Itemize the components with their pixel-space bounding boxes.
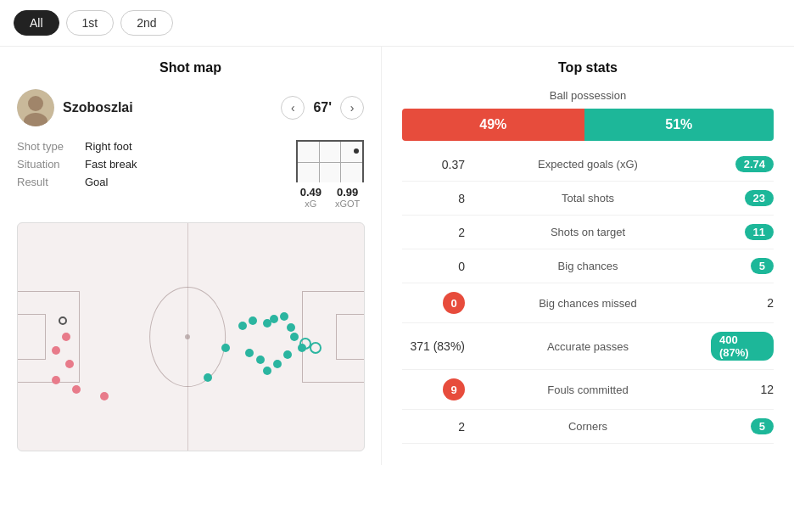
shot-type-label: Shot type (17, 140, 85, 153)
result-row: Result Goal (17, 176, 296, 188)
stat-left-xg: 0.37 (402, 158, 478, 171)
stat-left-shots: 8 (402, 192, 478, 205)
svg-point-1 (28, 96, 43, 111)
stat-label-bc: Big chances (478, 260, 697, 272)
xg-stat: 0.49 xG (300, 186, 322, 209)
possession-label: Ball possession (402, 89, 774, 102)
stat-right-bcm: 2 (697, 296, 774, 310)
stat-label-xg: Expected goals (xG) (478, 158, 697, 171)
stat-row-sot: 2 Shots on target 11 (402, 216, 774, 249)
shot-map-title: Shot map (17, 60, 364, 76)
stat-label-bcm: Big chances missed (478, 297, 697, 310)
stat-right-xg: 2.74 (697, 156, 774, 172)
right-panel: Top stats Ball possession 49% 51% 0.37 E… (382, 47, 794, 465)
shot-details: Shot type Right foot Situation Fast brea… (17, 140, 364, 209)
stat-right-ap: 400 (87%) (697, 332, 774, 361)
stat-label-ap: Accurate passes (478, 340, 697, 353)
goal-frame-stats: 0.49 xG 0.99 xGOT (300, 186, 361, 209)
situation-row: Situation Fast break (17, 158, 296, 171)
result-label: Result (17, 176, 85, 188)
stat-label-fc: Fouls committed (478, 384, 697, 396)
xg-label: xG (300, 199, 322, 209)
situation-value: Fast break (85, 158, 137, 171)
tab-2nd[interactable]: 2nd (120, 10, 172, 36)
shot-info: Shot type Right foot Situation Fast brea… (17, 140, 296, 193)
stat-label-shots: Total shots (478, 192, 697, 204)
tab-all[interactable]: All (14, 10, 59, 36)
stat-row-fc: 9 Fouls committed 12 (402, 370, 774, 410)
main-content: Shot map Szoboszlai ‹ 67' › Shot type R (0, 47, 794, 465)
stat-left-bcm: 0 (402, 292, 478, 314)
stat-left-corners: 2 (402, 420, 478, 434)
shot-type-value: Right foot (85, 140, 132, 153)
stat-row-corners: 2 Corners 5 (402, 410, 774, 444)
possession-right: 51% (584, 109, 774, 141)
stats-list: 0.37 Expected goals (xG) 2.74 8 Total sh… (402, 148, 774, 444)
player-row: Szoboszlai ‹ 67' › (17, 89, 364, 126)
stat-left-sot: 2 (402, 226, 478, 239)
stat-row-ap: 371 (83%) Accurate passes 400 (87%) (402, 323, 774, 370)
stat-label-sot: Shots on target (478, 226, 697, 238)
stat-right-sot: 11 (697, 224, 774, 240)
stat-label-corners: Corners (478, 420, 697, 433)
xgot-value: 0.99 (335, 186, 360, 199)
goal-shot-dot (354, 148, 359, 154)
xg-value: 0.49 (300, 186, 322, 199)
prev-arrow[interactable]: ‹ (281, 96, 305, 120)
stat-right-fc: 12 (697, 383, 774, 396)
goal-frame-area: 0.49 xG 0.99 xGOT (296, 140, 364, 209)
stat-right-shots: 23 (697, 190, 774, 206)
possession-section: Ball possession 49% 51% (402, 89, 774, 141)
stat-left-bc: 0 (402, 260, 478, 273)
top-stats-title: Top stats (402, 60, 774, 76)
stat-left-ap: 371 (83%) (402, 339, 478, 353)
tab-1st[interactable]: 1st (66, 10, 115, 36)
next-arrow[interactable]: › (340, 96, 364, 120)
player-name: Szoboszlai (63, 100, 272, 115)
left-panel: Shot map Szoboszlai ‹ 67' › Shot type R (0, 47, 382, 465)
stat-row-bcm: 0 Big chances missed 2 (402, 283, 774, 323)
stat-right-bc: 5 (697, 258, 774, 274)
shot-type-row: Shot type Right foot (17, 140, 296, 153)
possession-left: 49% (402, 109, 584, 141)
situation-label: Situation (17, 158, 85, 171)
avatar (17, 89, 54, 126)
stat-row-bc: 0 Big chances 5 (402, 249, 774, 283)
stat-row-shots: 8 Total shots 23 (402, 182, 774, 216)
tab-bar: All 1st 2nd (0, 0, 794, 47)
player-time: 67' (313, 100, 332, 115)
stat-right-corners: 5 (697, 418, 774, 434)
possession-bar: 49% 51% (402, 109, 774, 141)
field-map (17, 222, 365, 451)
result-value: Goal (85, 176, 108, 188)
stat-left-fc: 9 (402, 378, 478, 400)
stat-row-xg: 0.37 Expected goals (xG) 2.74 (402, 148, 774, 182)
goal-frame (296, 140, 364, 182)
xgot-stat: 0.99 xGOT (335, 186, 360, 209)
xgot-label: xGOT (335, 199, 360, 209)
